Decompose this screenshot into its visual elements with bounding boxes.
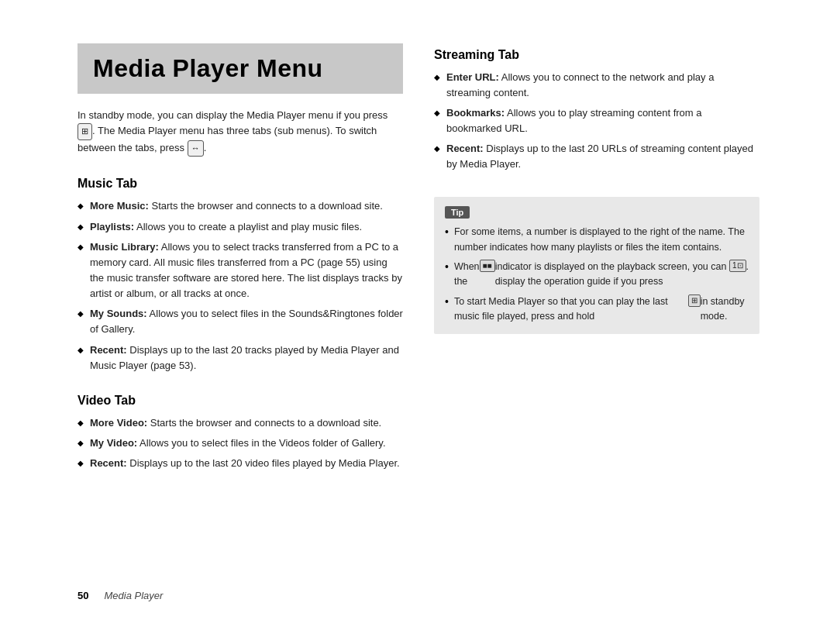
- list-item: Recent: Displays up to the last 20 track…: [78, 343, 403, 374]
- indicator-icon: ■■: [480, 260, 495, 272]
- streaming-tab-heading: Streaming Tab: [434, 48, 760, 62]
- list-item: More Video: Starts the browser and conne…: [78, 415, 403, 431]
- top-section: Media Player Menu In standby mode, you c…: [78, 43, 760, 601]
- video-tab-heading: Video Tab: [78, 394, 403, 408]
- streaming-tab-list: Enter URL: Allows you to connect to the …: [434, 70, 760, 177]
- hold-key-icon: ⊞: [688, 294, 701, 307]
- music-tab-list: More Music: Starts the browser and conne…: [78, 198, 403, 377]
- page: Media Player Menu In standby mode, you c…: [46, 20, 790, 625]
- tip-list: For some items, a number is displayed to…: [445, 225, 749, 324]
- right-column: Streaming Tab Enter URL: Allows you to c…: [434, 43, 760, 601]
- tip-label: Tip: [445, 206, 470, 219]
- intro-text: In standby mode, you can display the Med…: [78, 108, 403, 157]
- guide-key-icon: 1⊡: [729, 260, 746, 272]
- list-item: More Music: Starts the browser and conne…: [78, 198, 403, 214]
- list-item: Recent: Displays up to the last 20 video…: [78, 456, 403, 471]
- key-icon-menu: ⊞: [78, 123, 92, 140]
- list-item: Recent: Displays up to the last 20 URLs …: [434, 141, 760, 172]
- footer: 50 Media Player: [78, 577, 403, 601]
- tip-list-item: To start Media Player so that you can pl…: [445, 294, 749, 325]
- music-tab-heading: Music Tab: [78, 177, 403, 191]
- list-item: My Video: Allows you to select files in …: [78, 436, 403, 451]
- title-box: Media Player Menu: [78, 43, 403, 94]
- tip-box: Tip For some items, a number is displaye…: [434, 197, 760, 333]
- list-item: Enter URL: Allows you to connect to the …: [434, 70, 760, 101]
- tip-list-item: For some items, a number is displayed to…: [445, 225, 749, 255]
- list-item: Music Library: Allows you to select trac…: [78, 239, 403, 302]
- list-item: My Sounds: Allows you to select files in…: [78, 306, 403, 337]
- list-item: Bookmarks: Allows you to play streaming …: [434, 105, 760, 136]
- list-item: Playlists: Allows you to create a playli…: [78, 219, 403, 235]
- footer-page-number: 50: [78, 590, 88, 601]
- video-tab-list: More Video: Starts the browser and conne…: [78, 415, 403, 476]
- footer-section-title: Media Player: [104, 590, 163, 601]
- key-icon-tab: ↔: [188, 140, 204, 157]
- tip-list-item: When the ■■ indicator is displayed on th…: [445, 260, 749, 290]
- left-column: Media Player Menu In standby mode, you c…: [78, 43, 403, 601]
- page-title: Media Player Menu: [93, 54, 388, 83]
